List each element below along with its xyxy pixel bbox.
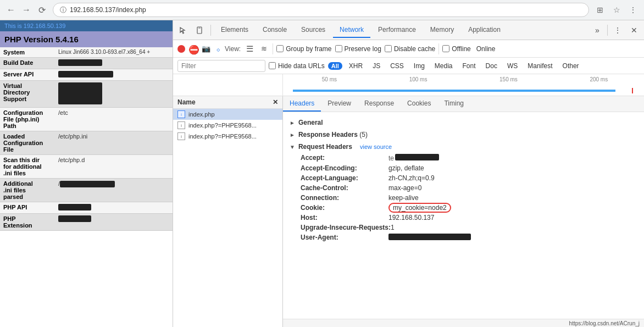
host-value: 192.168.50.137 xyxy=(388,214,434,221)
general-section-header[interactable]: ► General xyxy=(290,117,637,129)
filter-xhr[interactable]: XHR xyxy=(346,62,366,70)
row-value: Linux Jin666 3.10.0-693.el7.x86_64 + xyxy=(55,47,173,58)
filter-js[interactable]: JS xyxy=(369,62,384,70)
filter-input[interactable] xyxy=(177,60,265,72)
group-by-frame-label[interactable]: Group by frame xyxy=(276,45,331,53)
hide-data-urls-label[interactable]: Hide data URLs xyxy=(269,62,325,70)
details-panel: Headers Preview Response Cookies Timing … xyxy=(283,96,644,327)
browser-chrome: ← → ⟳ ⓘ 192.168.50.137/index.php ⊞ ☆ ⋮ xyxy=(0,0,644,20)
table-row: LoadedConfigurationFile /etc/php.ini xyxy=(0,131,173,155)
browser-icons: ⊞ ☆ ⋮ xyxy=(593,3,640,16)
general-arrow-icon: ► xyxy=(290,120,295,126)
tab-application[interactable]: Application xyxy=(462,23,507,38)
preserve-log-label[interactable]: Preserve log xyxy=(335,45,381,53)
upgrade-insecure-value: 1 xyxy=(391,224,395,231)
offline-label[interactable]: Offline xyxy=(442,45,470,53)
offline-checkbox[interactable] xyxy=(442,45,449,52)
request-list-name-header: Name xyxy=(177,98,196,106)
header-row-cache-control: Cache-Control: max-age=0 xyxy=(301,183,637,193)
request-headers-section-header[interactable]: ▼ Request Headers view source xyxy=(290,141,637,153)
header-row-accept: Accept: te xyxy=(301,153,637,163)
row-value xyxy=(55,69,173,81)
filter-toggle-button[interactable]: ⬦ xyxy=(215,43,221,54)
bottom-bar: https://blog.csdn.net/ACrun_j xyxy=(283,319,644,327)
cache-control-value: max-age=0 xyxy=(388,184,421,192)
close-panel-button[interactable]: ✕ xyxy=(273,98,278,106)
response-headers-section-header[interactable]: ► Response Headers (5) xyxy=(290,129,637,141)
all-filter-badge[interactable]: All xyxy=(328,62,342,70)
details-content: ► General ► Response Headers (5) ▼ Reque… xyxy=(283,112,644,319)
filter-font[interactable]: Font xyxy=(459,62,479,70)
tab-memory[interactable]: Memory xyxy=(424,23,460,38)
tab-headers[interactable]: Headers xyxy=(283,96,321,112)
php-title-bar: PHP Version 5.4.16 xyxy=(0,31,173,47)
clear-button[interactable]: ⛔ xyxy=(188,45,197,53)
filter-media[interactable]: Media xyxy=(431,62,456,70)
table-row: Additional.ini filesparsed / xyxy=(0,179,173,202)
row-value xyxy=(55,202,173,214)
list-view-button[interactable]: ☰ xyxy=(244,43,256,54)
file-icon: i xyxy=(177,132,185,140)
header-row-upgrade-insecure: Upgrade-Insecure-Requests: 1 xyxy=(301,223,637,232)
list-item[interactable]: i index.php xyxy=(173,109,282,120)
filter-ws[interactable]: WS xyxy=(504,62,521,70)
cursor-tool-button[interactable] xyxy=(175,23,191,38)
hide-data-urls-checkbox[interactable] xyxy=(269,62,276,69)
network-toolbar: ⛔ 📷 ⬦ View: ☰ ≋ Group by frame Preserve … xyxy=(173,40,644,58)
upgrade-insecure-name: Upgrade-Insecure-Requests: xyxy=(301,224,391,231)
tab-network[interactable]: Network xyxy=(333,23,370,38)
cookie-name: Cookie: xyxy=(301,204,388,212)
disable-cache-label[interactable]: Disable cache xyxy=(385,45,435,53)
filter-css[interactable]: CSS xyxy=(387,62,407,70)
address-bar[interactable]: ⓘ 192.168.50.137/index.php xyxy=(53,3,589,17)
host-name: Host: xyxy=(301,214,388,221)
timeline-blue-bar xyxy=(293,90,615,92)
filter-other[interactable]: Other xyxy=(559,62,582,70)
tab-performance[interactable]: Performance xyxy=(371,23,423,38)
devtools-menu-button[interactable]: ⋮ xyxy=(610,23,625,38)
waterfall-view-button[interactable]: ≋ xyxy=(259,44,269,53)
more-tabs-button[interactable]: » xyxy=(590,23,605,38)
camera-button[interactable]: 📷 xyxy=(201,43,212,54)
extensions-button[interactable]: ⊞ xyxy=(593,3,607,16)
devtools-close-button[interactable]: ✕ xyxy=(626,23,642,38)
hide-data-urls-text: Hide data URLs xyxy=(278,62,325,70)
bookmark-button[interactable]: ☆ xyxy=(610,3,623,16)
back-button[interactable]: ← xyxy=(4,3,18,16)
filter-img[interactable]: Img xyxy=(410,62,428,70)
tab-sources[interactable]: Sources xyxy=(295,23,332,38)
device-tool-button[interactable] xyxy=(192,23,207,38)
row-value xyxy=(55,81,173,108)
tab-preview[interactable]: Preview xyxy=(321,96,358,112)
group-by-frame-checkbox[interactable] xyxy=(276,45,284,52)
preserve-log-checkbox[interactable] xyxy=(335,45,342,52)
menu-button[interactable]: ⋮ xyxy=(626,3,640,16)
request-headers-arrow-icon: ▼ xyxy=(290,144,295,150)
svg-marker-0 xyxy=(180,27,185,34)
forward-button[interactable]: → xyxy=(20,3,33,16)
disable-cache-checkbox[interactable] xyxy=(385,45,392,52)
filter-doc[interactable]: Doc xyxy=(482,62,501,70)
tab-timing[interactable]: Timing xyxy=(437,96,470,112)
timeline-label-100: 100 ms xyxy=(409,76,428,82)
filter-manifest[interactable]: Manifest xyxy=(524,62,556,70)
nav-buttons: ← → ⟳ xyxy=(4,3,48,16)
tab-console[interactable]: Console xyxy=(256,23,293,38)
row-value: /etc/php.ini xyxy=(55,131,173,155)
table-row: ConfigurationFile (php.ini)Path /etc xyxy=(0,108,173,131)
row-label: Build Date xyxy=(0,58,55,69)
tab-cookies[interactable]: Cookies xyxy=(401,96,437,112)
response-headers-count: (5) xyxy=(359,131,368,138)
accept-encoding-value: gzip, deflate xyxy=(388,164,424,172)
tab-elements[interactable]: Elements xyxy=(214,23,255,38)
timeline-label-50: 50 ms xyxy=(322,76,337,82)
tab-response[interactable]: Response xyxy=(358,96,401,112)
file-icon: i xyxy=(177,121,185,129)
view-source-link[interactable]: view source xyxy=(360,143,392,150)
accept-header-name: Accept: xyxy=(301,154,388,162)
list-item[interactable]: i index.php?=PHPE9568... xyxy=(173,120,282,131)
record-button[interactable] xyxy=(177,45,185,53)
list-item[interactable]: i index.php?=PHPE9568... xyxy=(173,131,282,142)
request-items: i index.php i index.php?=PHPE9568... i xyxy=(173,109,282,327)
reload-button[interactable]: ⟳ xyxy=(35,3,48,16)
